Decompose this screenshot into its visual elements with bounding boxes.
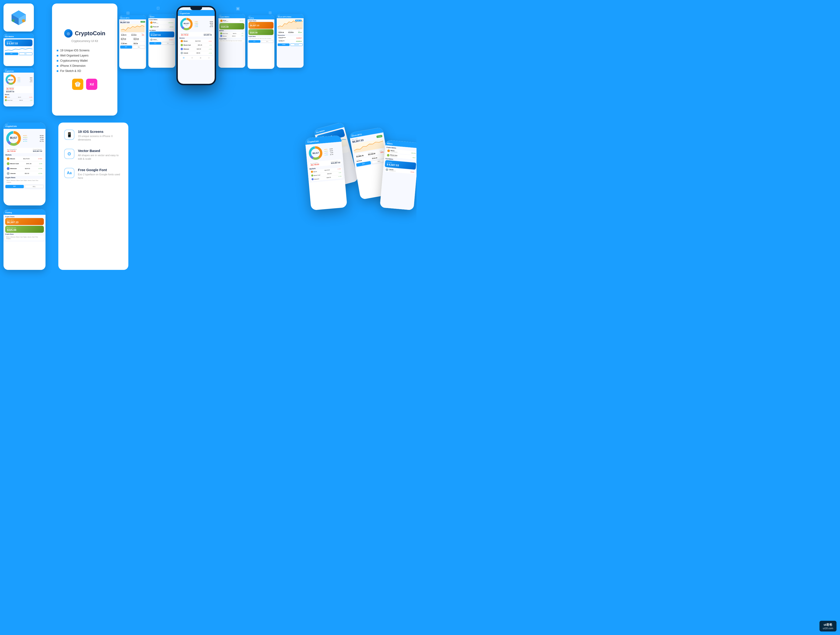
- tilted-wallets-right: 9:41 Wallets Crypto Wallets Bitcoin1.932…: [380, 140, 417, 211]
- crypto-wallets-right-title: Crypto Wallets: [219, 16, 244, 17]
- features-list: 19 Unique iOS Screens Well Organised Lay…: [57, 48, 113, 74]
- left-panels: 9:41 Fiat Wallets US Dollar $ 6,507.53: [3, 3, 50, 116]
- cryptocoin-title: CryptoCoin: [5, 70, 32, 72]
- font-icon: Aa: [64, 168, 74, 178]
- vector-text: Vector Based All shapes are in vector an…: [78, 149, 123, 161]
- font-text: Free Google Font Exo 2 typeface on Googl…: [78, 168, 123, 180]
- trading-title: Trading: [249, 17, 273, 19]
- bitcoin-btc-screen: 9:41 Bitcoin (BTC) BTC / USD $6,507.53 +…: [119, 15, 146, 69]
- crypto-news-label: Crypto News: [219, 38, 244, 40]
- center-main-phone: 9:41 CryptoCoin: [177, 6, 216, 85]
- bitcoin-cash-ach-label: Bitcoin Cash AcH: [221, 25, 243, 26]
- wallets-screen: 9:41 Wallets Crypto Wallets ₿ Bitcoin 1.…: [148, 14, 175, 68]
- feature-item-4: iPhone X Dimension: [57, 63, 113, 68]
- grid-icon-5: ⊞: [268, 11, 272, 15]
- feature-item-2: Well Organised Layers: [57, 53, 113, 58]
- crypto-wallets-screen: 9:41 Crypto Wallets Bitcoin 1.93287708 B…: [218, 14, 245, 68]
- bottom-cryptocoin-phone: 9:41 CryptoCoin: [3, 123, 46, 206]
- bottom-left-phones: 9:41 CryptoCoin: [3, 123, 55, 270]
- right-mockups: ⊞ ⊡ ⊟ ▣ ⊞ 9:41 Bitcoin (BTC) BTC / USD $…: [119, 3, 417, 116]
- logo-area: ◎ CryptoCoin: [64, 29, 106, 38]
- crypto-wallets-title: Crypto Wallets: [149, 19, 174, 20]
- center-branding: ◎ CryptoCoin Cryptocurrency UI Kit 19 Un…: [52, 3, 117, 116]
- ios-screens-text: 19 iOS Screens 19 unique screens in iPho…: [78, 130, 123, 142]
- fiat-wallets-screen: 9:41 Fiat Wallets US Dollar $ 6,507.53: [3, 33, 34, 66]
- grid-icon-4: ▣: [236, 6, 240, 11]
- trading-screen: 9:41 Trading Crypto Charts Bitcoin (BTC)…: [248, 15, 275, 69]
- grid-icon-2: ⊡: [156, 6, 159, 10]
- usd-label: US Dollar: [7, 41, 30, 42]
- grid-icon-1: ⊞: [126, 11, 130, 16]
- logo-icon: ◎: [64, 29, 73, 38]
- tilted-cryptocoin-main: 9:41 CryptoCoin $8,: [305, 135, 347, 211]
- usd-amount: $ 6,507.53: [7, 42, 30, 45]
- feature-ios-screens: 📱 19 iOS Screens 19 unique screens in iP…: [64, 130, 123, 142]
- top-row: 9:41 Fiat Wallets US Dollar $ 6,507.53: [0, 0, 420, 116]
- xd-badge: Xd: [86, 79, 97, 90]
- main-layout: 9:41 Fiat Wallets US Dollar $ 6,507.53: [0, 0, 420, 273]
- app-subtitle: Cryptocurrency UI Kit: [71, 40, 98, 43]
- sketch-badge: [72, 79, 83, 90]
- isometric-panel: [3, 3, 34, 32]
- bottom-center-features: 📱 19 iOS Screens 19 unique screens in iP…: [58, 123, 128, 270]
- vector-icon: ⚙: [64, 149, 74, 159]
- cryptocoin-donut-screen: 9:41 CryptoCoin $8,417: [3, 68, 34, 106]
- feature-item-1: 19 Unique iOS Screens: [57, 48, 113, 53]
- tool-badges: Xd: [72, 79, 97, 90]
- ios-screens-icon: 📱: [64, 130, 74, 140]
- feature-item-3: Cryptocurrency Wallet: [57, 58, 113, 63]
- bottom-right-phones: 9:41 Fiat Wallets US Dollar $ 6,507.53 E: [132, 123, 417, 263]
- feature-vector: ⚙ Vector Based All shapes are in vector …: [64, 149, 123, 161]
- feature-font: Aa Free Google Font Exo 2 typeface on Go…: [64, 168, 123, 180]
- fiat-wallets-title: Fiat Wallets: [5, 36, 32, 37]
- bitcoin-btc-wallet-screen: 9:41 Bitcoin (BTC) Wallet $6,507.13 Down…: [277, 14, 303, 68]
- svg-rect-5: [12, 19, 15, 22]
- bottom-row: 9:41 CryptoCoin: [0, 119, 420, 273]
- bitcoin-cash-price: $325.08: [221, 26, 243, 28]
- bottom-trading-phone: 9:41 Trading Crypto Charts Bitcoin (BTC)…: [3, 209, 46, 270]
- feature-item-5: For Sketch & XD: [57, 68, 113, 74]
- svg-marker-12: [121, 25, 144, 32]
- app-name: CryptoCoin: [75, 30, 106, 36]
- wallets-title: Wallets: [150, 16, 174, 17]
